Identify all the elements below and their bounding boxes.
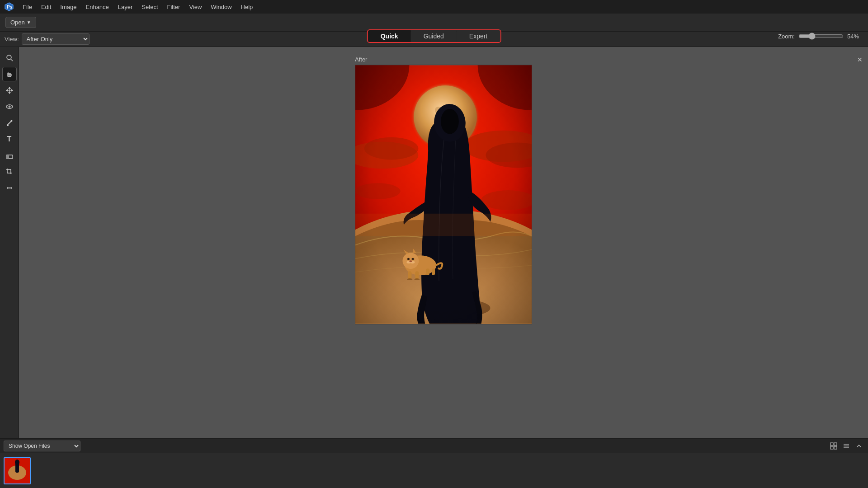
svg-rect-8 — [7, 125, 9, 126]
text-tool-label: T — [7, 135, 12, 143]
svg-line-3 — [11, 59, 13, 61]
image-label: After — [355, 56, 367, 63]
zoom-value: 54% — [847, 33, 859, 40]
menu-layer[interactable]: Layer — [114, 2, 137, 12]
svg-rect-48 — [834, 446, 837, 449]
bottom-panel: Show Open Files Show All Files — [0, 438, 868, 488]
app-logo: Ps — [4, 1, 14, 12]
zoom-label: Zoom: — [778, 33, 795, 40]
text-tool[interactable]: T — [2, 132, 17, 146]
zoom-controls: Zoom: 54% — [778, 27, 859, 45]
list-view-button[interactable] — [841, 441, 852, 451]
menu-edit[interactable]: Edit — [38, 2, 55, 12]
menu-image[interactable]: Image — [57, 2, 80, 12]
zoom-tool[interactable] — [2, 51, 17, 65]
svg-rect-45 — [830, 443, 833, 446]
menu-help[interactable]: Help — [237, 2, 257, 12]
menu-window[interactable]: Window — [207, 2, 235, 12]
toolbox: T — [0, 47, 19, 438]
zoom-slider[interactable] — [798, 33, 844, 40]
view-label: View: — [5, 36, 19, 42]
open-label: Open — [10, 19, 25, 26]
transform-tool[interactable] — [2, 181, 17, 195]
mode-tabs: Quick Guided Expert — [367, 29, 501, 43]
svg-text:Ps: Ps — [7, 5, 13, 9]
menu-view[interactable]: View — [185, 2, 205, 12]
svg-rect-46 — [834, 443, 837, 446]
canvas-area: After — [19, 47, 868, 438]
toolbar: Open ▼ Quick Guided Expert Zoom: 54% — [0, 14, 868, 32]
menu-enhance[interactable]: Enhance — [82, 2, 113, 12]
svg-point-2 — [7, 55, 11, 60]
bottom-toolbar: Show Open Files Show All Files — [0, 439, 868, 453]
hand-tool[interactable] — [2, 67, 17, 81]
grid-view-button[interactable] — [828, 441, 839, 451]
crop-tool[interactable] — [2, 164, 17, 179]
expand-panel-button[interactable] — [854, 441, 864, 451]
open-dropdown-arrow: ▼ — [27, 20, 31, 25]
tab-guided[interactable]: Guided — [411, 30, 457, 42]
thumbnail-item[interactable] — [4, 457, 31, 484]
brush-tool[interactable] — [2, 116, 17, 130]
canvas-image — [355, 65, 532, 324]
svg-rect-10 — [6, 155, 9, 159]
svg-line-6 — [7, 121, 11, 125]
mode-tabs-wrapper: Quick Guided Expert — [367, 27, 501, 45]
show-open-files-select[interactable]: Show Open Files Show All Files — [4, 441, 80, 451]
svg-point-7 — [10, 120, 12, 122]
menubar: Ps File Edit Image Enhance Layer Select … — [0, 0, 868, 14]
menu-filter[interactable]: Filter — [164, 2, 184, 12]
eraser-tool[interactable] — [2, 148, 17, 163]
tab-expert[interactable]: Expert — [457, 30, 500, 42]
bottom-icons — [828, 441, 864, 451]
close-icon: ✕ — [857, 56, 863, 63]
svg-rect-47 — [830, 446, 833, 449]
menu-select[interactable]: Select — [138, 2, 161, 12]
eye-tool[interactable] — [2, 99, 17, 114]
thumbnails-area — [0, 453, 868, 488]
close-button[interactable]: ✕ — [855, 55, 864, 64]
svg-rect-44 — [355, 65, 532, 324]
image-container: After — [355, 56, 532, 324]
svg-point-55 — [15, 460, 19, 465]
move-tool[interactable] — [2, 83, 17, 98]
view-select[interactable]: After Only Before Only Before & After - … — [22, 33, 90, 45]
tab-quick[interactable]: Quick — [368, 30, 411, 42]
open-button[interactable]: Open ▼ — [5, 17, 36, 28]
svg-point-5 — [8, 106, 10, 108]
menu-file[interactable]: File — [19, 2, 36, 12]
